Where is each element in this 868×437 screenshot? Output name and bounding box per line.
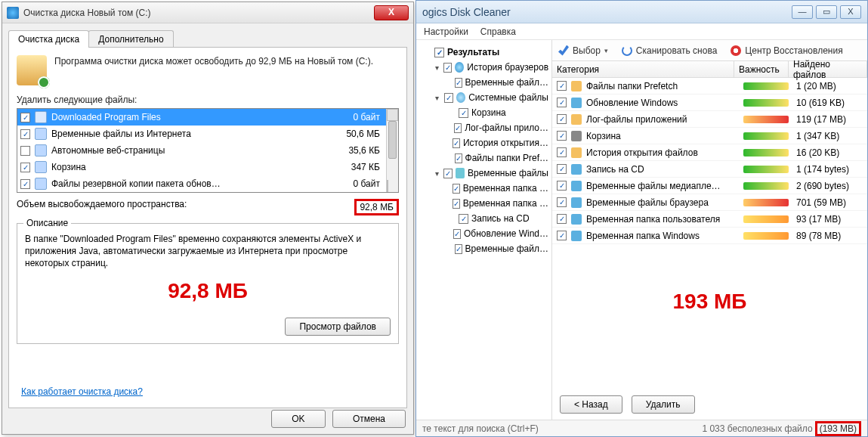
checkbox[interactable]	[453, 138, 460, 148]
scroll-up-icon[interactable]	[387, 109, 398, 121]
checkbox[interactable]	[20, 113, 30, 122]
checkbox[interactable]	[557, 131, 567, 141]
checkbox[interactable]	[557, 164, 567, 174]
tree-node[interactable]: ▾История браузеров	[419, 60, 548, 75]
scroll-down-icon[interactable]	[387, 180, 388, 192]
total-value: 92,8 МБ	[354, 199, 399, 215]
menu-settings[interactable]: Настройки	[424, 26, 468, 37]
checkbox[interactable]	[557, 181, 567, 191]
expand-icon[interactable]: ▾	[433, 94, 441, 102]
cancel-button[interactable]: Отмена	[332, 410, 406, 428]
tree-node[interactable]: Файлы папки Pref…	[419, 150, 548, 166]
tab-panel: Программа очистки диска может освободить…	[8, 47, 407, 408]
importance-bar	[743, 166, 789, 173]
tree-node[interactable]: Временные файл…	[419, 75, 548, 90]
expand-icon[interactable]: ▾	[433, 169, 440, 178]
checkbox[interactable]	[434, 48, 444, 57]
checkbox[interactable]	[557, 81, 567, 91]
checkbox[interactable]	[20, 129, 30, 139]
minimize-button[interactable]: —	[792, 5, 813, 19]
tree-node[interactable]: Временные файл…	[419, 241, 548, 256]
tree-label: Обновление Wind…	[464, 228, 548, 239]
table-row[interactable]: Файлы папки Prefetch1 (20 MB)	[552, 78, 867, 95]
table-row[interactable]: Временные файлы медиапле…2 (690 bytes)	[552, 178, 867, 194]
checkbox[interactable]	[453, 199, 460, 209]
tree-node[interactable]: Временная папка …	[419, 181, 548, 196]
tab-cleanup[interactable]: Очистка диска	[8, 30, 89, 48]
table-row[interactable]: Корзина1 (347 KB)	[552, 128, 867, 144]
tree-node[interactable]: Запись на CD	[419, 211, 548, 226]
tree-node[interactable]: ▾Системные файлы	[419, 90, 548, 105]
col-category[interactable]: Категория	[552, 61, 734, 77]
checkbox[interactable]	[557, 214, 567, 224]
checkbox[interactable]	[557, 231, 567, 240]
titlebar[interactable]: ogics Disk Cleaner — ▭ X	[416, 1, 867, 23]
tree-node[interactable]: История открытия…	[419, 135, 548, 150]
close-button[interactable]: X	[840, 5, 861, 19]
status-summary: 1 033 бесполезных файло	[702, 423, 812, 434]
checkbox[interactable]	[455, 244, 462, 254]
list-item[interactable]: Корзина347 КБ	[17, 159, 398, 175]
tab-more[interactable]: Дополнительно	[88, 30, 173, 48]
col-found[interactable]: Найдено файлов	[789, 61, 867, 77]
table-row[interactable]: Временная папка пользователя93 (17 MB)	[552, 211, 867, 228]
help-link[interactable]: Как работает очистка диска?	[21, 386, 143, 397]
col-importance[interactable]: Важность	[734, 61, 789, 77]
list-scrollbar[interactable]	[386, 109, 398, 192]
checkbox[interactable]	[20, 163, 30, 172]
checkbox[interactable]	[453, 229, 461, 239]
expand-icon[interactable]: ▾	[433, 64, 440, 72]
row-name: Временные файлы браузера	[586, 197, 739, 208]
checkbox[interactable]	[459, 214, 468, 224]
table-row[interactable]: Лог-файлы приложений119 (17 MB)	[552, 111, 867, 128]
tree-node[interactable]: Обновление Wind…	[419, 226, 548, 241]
list-item[interactable]: Автономные веб-страницы35,6 КБ	[17, 142, 398, 159]
delete-button[interactable]: Удалить	[632, 395, 695, 414]
tree-node[interactable]: Корзина	[419, 105, 548, 120]
checkbox[interactable]	[444, 93, 453, 103]
checkbox[interactable]	[557, 197, 567, 207]
ok-button[interactable]: OK	[271, 410, 325, 428]
checkbox[interactable]	[557, 114, 567, 124]
back-button[interactable]: < Назад	[560, 395, 622, 414]
checkbox[interactable]	[453, 184, 460, 194]
close-button[interactable]: X	[374, 5, 409, 20]
scan-again-button[interactable]: Сканировать снова	[622, 45, 717, 56]
tree-node[interactable]: ▾Временные файлы	[419, 166, 548, 181]
status-total: (193 MB)	[815, 421, 861, 436]
grid-body[interactable]: Файлы папки Prefetch1 (20 MB)Обновление …	[552, 78, 867, 244]
table-row[interactable]: Обновление Windows10 (619 KB)	[552, 95, 867, 111]
recovery-icon	[731, 45, 741, 56]
table-row[interactable]: История открытия файлов16 (20 KB)	[552, 144, 867, 161]
table-row[interactable]: Временные файлы браузера701 (59 MB)	[552, 194, 867, 211]
checkbox[interactable]	[454, 123, 462, 133]
checkbox[interactable]	[20, 179, 30, 189]
titlebar[interactable]: Очистка диска Новый том (C:) X	[2, 2, 413, 23]
menu-help[interactable]: Справка	[480, 26, 516, 37]
checkbox[interactable]	[459, 108, 468, 118]
tree-node[interactable]: Результаты	[419, 45, 548, 60]
table-row[interactable]: Запись на CD1 (174 bytes)	[552, 161, 867, 178]
checkbox[interactable]	[443, 63, 452, 73]
maximize-button[interactable]: ▭	[816, 5, 837, 19]
view-files-button[interactable]: Просмотр файлов	[285, 318, 391, 336]
select-dropdown[interactable]: Выбор ▾	[558, 45, 608, 56]
checkbox[interactable]	[455, 153, 462, 163]
tree-node[interactable]: Лог-файлы прило…	[419, 120, 548, 135]
results-pane: Выбор ▾ Сканировать снова Центр Восстано…	[552, 40, 867, 420]
list-item[interactable]: Downloaded Program Files0 байт	[17, 109, 398, 126]
checkbox[interactable]	[443, 169, 453, 178]
list-item[interactable]: Временные файлы из Интернета50,6 МБ	[17, 126, 398, 142]
file-categories-list[interactable]: Downloaded Program Files0 байтВременные …	[17, 108, 399, 193]
results-tree[interactable]: Результаты▾История браузеровВременные фа…	[416, 40, 552, 420]
checkbox[interactable]	[557, 98, 567, 107]
checkbox[interactable]	[557, 147, 567, 157]
checkbox[interactable]	[20, 146, 30, 156]
tree-node[interactable]: Временная папка …	[419, 196, 548, 211]
recovery-center-button[interactable]: Центр Восстановления	[731, 45, 842, 56]
table-row[interactable]: Временная папка Windows89 (78 MB)	[552, 228, 867, 244]
scroll-thumb[interactable]	[388, 121, 397, 159]
list-item[interactable]: Файлы резервной копии пакета обнов…0 бай…	[17, 175, 398, 192]
checkbox[interactable]	[455, 78, 462, 88]
scan-label: Сканировать снова	[636, 45, 717, 56]
